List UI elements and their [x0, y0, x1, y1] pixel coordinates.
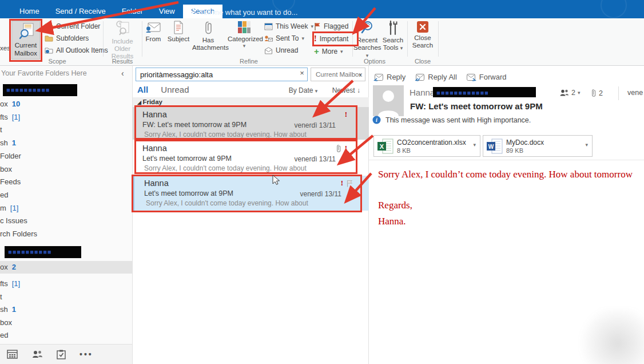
- unread-envelope-icon: [264, 47, 273, 54]
- tab-view[interactable]: View: [151, 5, 183, 18]
- categorized-button[interactable]: Categorized ▾: [228, 21, 261, 49]
- include-older-label-1: Include: [106, 38, 138, 45]
- email-preview: Sorry Alex, I couldn't come today evenin…: [144, 164, 307, 172]
- has-attachments-label-2: Attachments: [192, 44, 224, 52]
- attachment-chip-word[interactable]: W MyDoc.docx 89 KB ▾: [483, 135, 593, 157]
- recent-searches-button[interactable]: Recent Searches ▾: [353, 21, 381, 60]
- close-search-button[interactable]: Close Search: [410, 21, 436, 49]
- reply-all-label: Reply All: [428, 73, 457, 81]
- sidebar-item-trash1[interactable]: sh1: [0, 137, 133, 149]
- subfolders-icon: [45, 35, 53, 42]
- sidebar-item-sent1[interactable]: t: [0, 124, 133, 136]
- forward-button[interactable]: Forward: [466, 73, 507, 81]
- email-date: venerdì 13/11: [295, 155, 336, 163]
- group-label-options: Options: [357, 58, 392, 65]
- importance-icon: !: [345, 144, 347, 153]
- more-modules-icon[interactable]: •••: [79, 350, 93, 359]
- sidebar-item-drafts2[interactable]: fts[1]: [0, 278, 133, 290]
- more-button[interactable]: + More▾: [314, 46, 343, 56]
- sidebar-item-outbox1[interactable]: box: [0, 163, 133, 176]
- subfolders-button[interactable]: Subfolders: [45, 34, 89, 42]
- email-list-pane: × Current Mailbox ▾ All Unread By Date ▾…: [133, 66, 369, 364]
- subject-document-icon: [173, 21, 184, 34]
- account2-redacted-email[interactable]: ■■■■■■■■■■: [5, 246, 81, 258]
- sidebar-item-trash2[interactable]: sh1: [0, 303, 133, 316]
- sidebar-item-ed2[interactable]: ed: [0, 329, 133, 342]
- flagged-button[interactable]: Flagged: [314, 22, 348, 30]
- clear-search-icon[interactable]: ×: [297, 69, 307, 77]
- reply-button[interactable]: Reply: [373, 73, 406, 81]
- search-scope-value: Current Mailbox: [316, 71, 362, 78]
- message-sender-name[interactable]: Hanna: [410, 88, 435, 97]
- people-module-icon[interactable]: [31, 350, 43, 359]
- sent-to-button[interactable]: Sent To▾: [264, 34, 304, 42]
- sidebar-item-folder[interactable]: Folder: [0, 150, 133, 163]
- search-scope-dropdown[interactable]: Current Mailbox ▾: [311, 68, 365, 81]
- attachments-count: 2: [599, 89, 603, 97]
- sidebar-item-inbox2[interactable]: ox2: [0, 261, 133, 274]
- email-subject: Let's meet tomorrow at 9PM: [142, 155, 232, 163]
- from-label: From: [142, 35, 165, 43]
- tasks-module-icon[interactable]: [57, 350, 66, 359]
- from-button[interactable]: From: [142, 21, 165, 43]
- attachment-caret-icon[interactable]: ▾: [585, 142, 588, 148]
- tab-folder[interactable]: Folder: [114, 5, 151, 18]
- search-input[interactable]: [136, 68, 308, 81]
- sidebar-item-ed1[interactable]: ed: [0, 189, 133, 201]
- attachment-chip-excel[interactable]: X CO2concentration.xlsx 8 KB ▾: [373, 135, 480, 157]
- date-group-header[interactable]: ◢ Friday: [133, 97, 369, 107]
- unread-button[interactable]: Unread: [264, 46, 298, 54]
- calendar-module-icon[interactable]: [7, 350, 18, 359]
- title-bar: Home Send / Receive Folder View Search T…: [0, 0, 644, 18]
- unread-label: Unread: [276, 46, 298, 54]
- account1-redacted-email[interactable]: ■■■■■■■■■■: [3, 84, 77, 96]
- sidebar-item-spam[interactable]: m[1]: [0, 202, 133, 215]
- current-folder-label: Current Folder: [56, 22, 100, 30]
- sidebar-item-sent2[interactable]: t: [0, 291, 133, 303]
- by-date-dropdown[interactable]: By Date ▾: [289, 86, 318, 94]
- email-item-2[interactable]: Hanna ! Let's meet tomorrow at 9PM vener…: [133, 141, 369, 173]
- current-mailbox-button[interactable]: Current Mailbox: [11, 21, 40, 60]
- tab-home[interactable]: Home: [11, 5, 47, 18]
- attachment-name: MyDoc.docx: [506, 139, 544, 147]
- folder-pane: Your Favorite Folders Here ‹ ■■■■■■■■■■ …: [0, 66, 133, 364]
- tell-me-box[interactable]: Tell me what you want to do...: [189, 8, 297, 17]
- forward-icon: [466, 73, 476, 81]
- sidebar-item-sync-issues[interactable]: c Issues: [0, 215, 133, 227]
- recipients-count: 2: [571, 89, 575, 97]
- sidebar-item-search-folders[interactable]: rch Folders: [0, 228, 133, 240]
- body-divider: [369, 160, 644, 160]
- current-folder-button[interactable]: Current Folder: [45, 22, 100, 30]
- filter-all[interactable]: All: [137, 85, 148, 94]
- newest-sort[interactable]: Newest ↓: [332, 86, 360, 94]
- sidebar-item-drafts1[interactable]: fts[1]: [0, 111, 133, 124]
- importance-icon: !: [345, 110, 347, 119]
- important-button[interactable]: ! Important: [314, 34, 348, 43]
- filter-unread[interactable]: Unread: [161, 85, 189, 94]
- svg-text:W: W: [488, 144, 494, 150]
- attachment-caret-icon[interactable]: ▾: [473, 142, 476, 148]
- tab-send-receive[interactable]: Send / Receive: [47, 5, 114, 18]
- subject-button[interactable]: Subject: [166, 21, 191, 43]
- recipients-indicator[interactable]: 2▾: [559, 89, 580, 97]
- attachments-indicator[interactable]: 2: [591, 89, 603, 97]
- delete-icon[interactable]: ✕: [349, 188, 356, 197]
- reply-all-button[interactable]: Reply All: [415, 73, 457, 81]
- search-tools-button[interactable]: Search Tools ▾: [380, 21, 406, 52]
- sidebar-item-outbox2[interactable]: box: [0, 316, 133, 329]
- all-outlook-items-button[interactable]: All Outlook Items: [45, 46, 108, 54]
- attachment-name: CO2concentration.xlsx: [397, 139, 466, 147]
- email-item-1[interactable]: Hanna ! FW: Let's meet tomorrow at 9PM v…: [133, 107, 369, 140]
- this-week-button[interactable]: This Week▾: [264, 22, 313, 30]
- email-item-3[interactable]: Hanna ! Let's meet tomorrow at 9PM vener…: [133, 176, 369, 211]
- collapse-pane-icon[interactable]: ‹: [121, 69, 124, 78]
- categorized-caret-icon: ▾: [228, 43, 261, 49]
- sidebar-item-rss-feeds[interactable]: Feeds: [0, 176, 133, 188]
- include-older-results-button[interactable]: Include Older Results: [106, 21, 138, 60]
- flag-icon[interactable]: [347, 180, 353, 187]
- all-mailboxes-cut-label[interactable]: xes: [0, 45, 10, 52]
- close-search-icon: [416, 21, 429, 33]
- sidebar-item-inbox1[interactable]: ox10: [0, 98, 133, 110]
- has-attachments-button[interactable]: Has Attachments: [192, 21, 224, 52]
- recent-searches-icon: [360, 21, 374, 35]
